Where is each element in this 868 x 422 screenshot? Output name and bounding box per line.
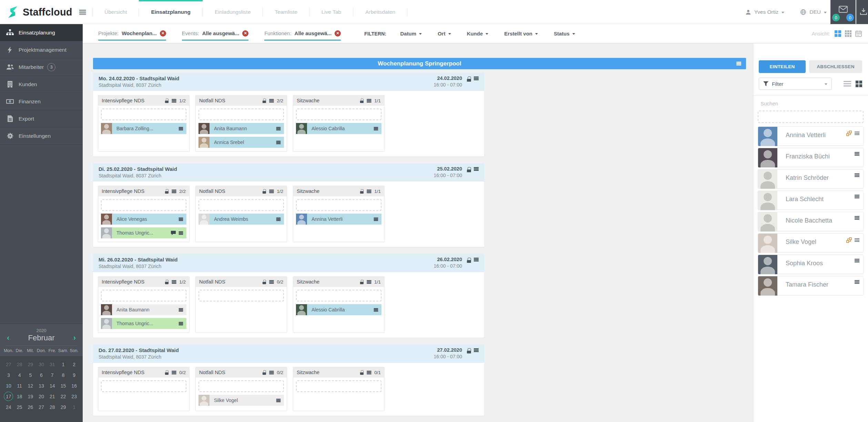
staff-chip[interactable]: Anita Baumann (101, 304, 186, 315)
calendar-day[interactable]: 22 (58, 392, 69, 401)
person-menu-icon[interactable] (855, 173, 859, 177)
person-menu-icon[interactable] (855, 259, 859, 263)
calendar-day[interactable]: 21 (47, 392, 58, 401)
remove-filter-icon[interactable] (160, 30, 166, 37)
person-card[interactable]: Sophia Kroos (758, 255, 864, 274)
function-menu-icon[interactable] (367, 189, 371, 193)
day-menu-icon[interactable] (474, 258, 479, 261)
sidebar-item-einsatzplanung[interactable]: Einsatzplanung (0, 24, 83, 41)
calendar-day[interactable]: 20 (36, 392, 47, 401)
empty-slot[interactable] (101, 199, 186, 211)
dropdown-status[interactable]: Status (554, 31, 575, 37)
calendar-day[interactable]: 12 (25, 381, 36, 390)
chip-menu-icon[interactable] (179, 322, 183, 325)
linked-event-icon[interactable] (846, 237, 852, 243)
remove-filter-icon[interactable] (242, 30, 248, 37)
calendar-day[interactable]: 2 (69, 360, 80, 369)
lock-icon[interactable] (467, 258, 471, 263)
tab-einladungsliste[interactable]: Einladungsliste (203, 0, 263, 24)
calendar-day[interactable]: 24 (3, 402, 14, 412)
panel-drop-slot[interactable] (758, 111, 864, 123)
lock-icon[interactable] (360, 280, 364, 284)
calendar-day[interactable]: 31 (47, 360, 58, 369)
dropdown-erstellt-von[interactable]: Erstellt von (504, 31, 538, 37)
empty-slot[interactable] (101, 380, 186, 392)
staff-chip[interactable]: Barbara Zolling... (101, 123, 186, 134)
calendar-day[interactable]: 29 (58, 402, 69, 412)
calendar-day[interactable]: 16 (69, 381, 80, 390)
function-menu-icon[interactable] (367, 371, 371, 374)
lock-icon[interactable] (263, 99, 266, 103)
staff-chip[interactable]: Alessio Cabrilla (296, 123, 381, 134)
chip-menu-icon[interactable] (276, 217, 281, 221)
remove-filter-icon[interactable] (335, 30, 341, 37)
lock-icon[interactable] (165, 189, 169, 194)
view-grid2-icon[interactable] (835, 30, 841, 37)
filter-chip-funktionen[interactable]: Funktionen: Alle ausgewä... (264, 30, 341, 41)
staff-chip[interactable]: Anita Baumann (198, 123, 284, 134)
lock-icon[interactable] (467, 76, 471, 82)
calendar-day[interactable]: 28 (47, 402, 58, 412)
calendar-day[interactable]: 28 (14, 360, 25, 369)
function-menu-icon[interactable] (269, 371, 274, 374)
empty-slot[interactable] (198, 199, 284, 211)
calendar-day[interactable]: 23 (69, 392, 80, 401)
chip-menu-icon[interactable] (374, 217, 378, 221)
chip-menu-icon[interactable] (179, 231, 183, 235)
staff-chip[interactable]: Silke Vogel (198, 395, 284, 406)
linked-event-icon[interactable] (846, 131, 852, 136)
empty-slot[interactable] (296, 290, 381, 301)
chat-icon[interactable] (171, 231, 176, 235)
sidebar-item-projektmanagement[interactable]: Projektmanagement (0, 41, 83, 59)
calendar-day[interactable]: 9 (69, 370, 80, 380)
staff-chip[interactable]: Alessio Cabrilla (296, 304, 381, 315)
calendar-day[interactable]: 13 (36, 381, 47, 390)
person-card[interactable]: Lara Schlecht (758, 191, 864, 210)
calendar-day[interactable]: 7 (47, 370, 58, 380)
calendar-day[interactable]: 15 (58, 381, 69, 390)
staff-chip[interactable]: Annica Srebel (198, 137, 284, 148)
person-card[interactable]: Nicole Bacchetta (758, 212, 864, 231)
lock-icon[interactable] (467, 167, 471, 172)
view-grid3-icon[interactable] (845, 30, 851, 37)
tab-live-tab[interactable]: Live Tab (309, 0, 353, 24)
calendar-day[interactable]: 19 (25, 392, 36, 401)
panel-filter-select[interactable]: Filter (759, 78, 832, 90)
day-menu-icon[interactable] (474, 76, 479, 80)
lock-icon[interactable] (263, 189, 266, 194)
function-menu-icon[interactable] (172, 371, 176, 374)
calendar-day[interactable]: 1 (58, 360, 69, 369)
chip-menu-icon[interactable] (276, 127, 281, 130)
board-menu-icon[interactable] (736, 62, 741, 65)
export-tray-button[interactable] (856, 0, 868, 24)
calendar-day[interactable]: 29 (25, 360, 36, 369)
function-menu-icon[interactable] (172, 280, 176, 284)
tab-arbeitsdaten[interactable]: Arbeitsdaten (353, 0, 407, 24)
calendar-day[interactable]: 27 (36, 402, 47, 412)
calendar-day[interactable]: 1 (69, 402, 80, 412)
function-menu-icon[interactable] (269, 189, 274, 193)
person-menu-icon[interactable] (855, 132, 859, 135)
function-menu-icon[interactable] (172, 99, 176, 102)
sidebar-item-mitarbeiter[interactable]: Mitarbeiter 3 (0, 59, 83, 76)
function-menu-icon[interactable] (172, 189, 176, 193)
person-menu-icon[interactable] (855, 195, 859, 198)
staff-chip[interactable]: Annina Vetterli (296, 214, 381, 225)
lock-icon[interactable] (165, 280, 169, 284)
calendar-day[interactable]: 26 (25, 402, 36, 412)
empty-slot[interactable] (198, 290, 284, 301)
person-menu-icon[interactable] (855, 152, 859, 156)
empty-slot[interactable] (198, 380, 284, 392)
empty-slot[interactable] (296, 380, 381, 392)
lock-icon[interactable] (360, 189, 364, 194)
empty-slot[interactable] (296, 199, 381, 211)
lock-icon[interactable] (360, 370, 364, 375)
calendar-day-selected[interactable]: 17 (4, 392, 13, 401)
chip-menu-icon[interactable] (374, 308, 378, 311)
calendar-day[interactable]: 18 (14, 392, 25, 401)
person-card[interactable]: Franziska Büchi (758, 148, 864, 167)
filter-chip-projekte[interactable]: Projekte: Wochenplan... (98, 30, 166, 41)
calendar-day[interactable]: 14 (47, 381, 58, 390)
person-card[interactable]: Katrin Schröder (758, 169, 864, 188)
view-calendar-icon[interactable] (855, 30, 862, 37)
